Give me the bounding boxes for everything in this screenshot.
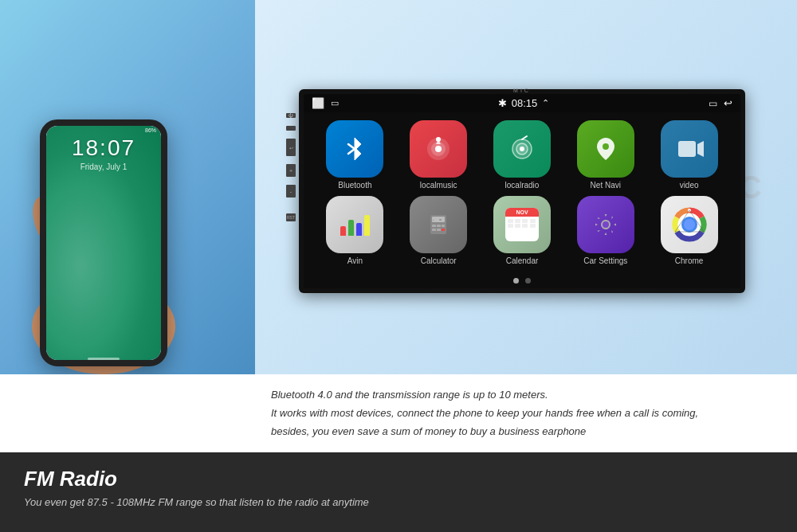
status-time: 08:15 bbox=[512, 97, 538, 109]
phone-frame: 86% 18:07 Friday, July 1 bbox=[40, 119, 167, 366]
phone-home-indicator bbox=[88, 358, 120, 360]
app-icon-video bbox=[661, 120, 718, 178]
app-item-carsettings[interactable]: Car Settings bbox=[567, 196, 644, 265]
app-label-localmusic: localmusic bbox=[420, 181, 457, 190]
app-item-calculator[interactable]: - = Calculator bbox=[400, 196, 477, 265]
svg-rect-18 bbox=[678, 141, 696, 157]
bluetooth-status-icon: ✱ bbox=[498, 97, 507, 109]
app-icon-calendar: NOV bbox=[493, 196, 551, 253]
app-label-avin: Avin bbox=[347, 256, 363, 265]
app-label-chrome: Chrome bbox=[675, 256, 704, 265]
vol-down-button[interactable]: - bbox=[286, 185, 296, 198]
app-item-chrome[interactable]: Chrome bbox=[650, 196, 728, 265]
app-icon-calculator: - = bbox=[410, 196, 467, 253]
description-line-2: It works with most devices, connect the … bbox=[271, 405, 773, 422]
car-status-right: ▭ ↩ bbox=[709, 97, 732, 109]
rst-button[interactable]: RST bbox=[286, 213, 296, 221]
app-icon-netnavi bbox=[577, 120, 634, 178]
app-label-localradio: localradio bbox=[505, 181, 540, 190]
car-screen: ⬜ ▭ ✱ 08:15 ⌃ ▭ ↩ bbox=[304, 94, 740, 288]
svg-rect-27 bbox=[442, 229, 445, 231]
app-icon-avin bbox=[326, 196, 383, 253]
svg-rect-24 bbox=[442, 225, 445, 227]
svg-point-15 bbox=[520, 147, 524, 151]
fm-radio-subtitle: You even get 87.5 - 108MHz FM range so t… bbox=[24, 496, 773, 508]
mic-label: MIC bbox=[513, 88, 531, 93]
car-status-left: ⬜ ▭ bbox=[312, 97, 339, 109]
home-icon[interactable]: ⬜ bbox=[312, 97, 324, 109]
nav-button[interactable] bbox=[286, 126, 296, 131]
app-item-netnavi[interactable]: Net Navi bbox=[567, 120, 644, 190]
svg-point-17 bbox=[603, 143, 609, 150]
app-item-bluetooth[interactable]: Bluetooth bbox=[316, 120, 394, 190]
app-label-bluetooth: Bluetooth bbox=[338, 181, 371, 190]
phone-screen: 86% 18:07 Friday, July 1 bbox=[46, 126, 161, 360]
svg-rect-26 bbox=[437, 229, 441, 231]
phone-time: 18:07 bbox=[46, 135, 161, 161]
power-button[interactable]: ⏻ bbox=[286, 113, 296, 118]
phone-side: 86% 18:07 Friday, July 1 bbox=[0, 0, 255, 374]
minimize-icon[interactable]: ▭ bbox=[331, 98, 339, 108]
fm-radio-title: FM Radio bbox=[24, 467, 773, 491]
side-buttons-left: ⏻ ↩ + - RST bbox=[286, 113, 296, 221]
back-nav-icon[interactable]: ↩ bbox=[724, 97, 732, 109]
back-button[interactable]: ↩ bbox=[286, 139, 296, 156]
page-dots bbox=[304, 273, 740, 288]
car-status-center: ✱ 08:15 ⌃ bbox=[498, 97, 550, 109]
fullscreen-icon[interactable]: ▭ bbox=[709, 98, 717, 109]
fm-radio-section: FM Radio You even get 87.5 - 108MHz FM r… bbox=[0, 452, 797, 532]
app-item-avin[interactable]: Avin bbox=[316, 196, 394, 265]
car-status-bar: ⬜ ▭ ✱ 08:15 ⌃ ▭ ↩ bbox=[304, 94, 740, 112]
svg-text:=: = bbox=[439, 217, 442, 222]
top-section: GM&C bbox=[0, 0, 797, 374]
app-item-calendar[interactable]: NOV Calendar bbox=[484, 196, 561, 265]
app-icon-localradio bbox=[493, 120, 551, 178]
app-grid: Bluetooth localmusic localradio Net Navi… bbox=[304, 112, 740, 273]
vol-up-button[interactable]: + bbox=[286, 164, 296, 177]
description-line-1: Bluetooth 4.0 and the transmission range… bbox=[271, 387, 773, 404]
svg-point-30 bbox=[603, 221, 609, 228]
app-label-netnavi: Net Navi bbox=[591, 181, 621, 190]
svg-line-16 bbox=[522, 136, 527, 139]
page-dot-2[interactable] bbox=[525, 278, 531, 284]
description-line-3: besides, you even save a sum of money to… bbox=[271, 424, 773, 440]
svg-rect-25 bbox=[432, 229, 436, 231]
phone-status-bar: 86% bbox=[145, 127, 156, 133]
svg-point-33 bbox=[684, 219, 695, 230]
svg-rect-22 bbox=[432, 225, 436, 227]
hand-visual: 86% 18:07 Friday, July 1 bbox=[0, 40, 207, 374]
page-wrapper: GM&C bbox=[0, 0, 797, 532]
app-label-calculator: Calculator bbox=[421, 256, 457, 265]
svg-point-12 bbox=[436, 137, 441, 142]
app-label-carsettings: Car Settings bbox=[583, 256, 627, 265]
car-head-unit: MIC ⏻ ↩ + - bbox=[299, 89, 745, 293]
app-label-calendar: Calendar bbox=[506, 256, 539, 265]
app-item-localmusic[interactable]: localmusic bbox=[400, 120, 477, 190]
app-icon-chrome bbox=[661, 196, 718, 253]
app-item-video[interactable]: video bbox=[650, 120, 728, 190]
app-icon-bluetooth bbox=[326, 120, 383, 178]
svg-point-10 bbox=[435, 146, 442, 152]
app-icon-localmusic bbox=[410, 120, 467, 178]
phone-date: Friday, July 1 bbox=[46, 162, 161, 171]
phone-screen-bg bbox=[46, 126, 161, 360]
phone-battery: 86% bbox=[145, 127, 156, 133]
description-section: Bluetooth 4.0 and the transmission range… bbox=[0, 374, 797, 452]
app-icon-carsettings bbox=[577, 196, 634, 253]
svg-rect-23 bbox=[437, 225, 441, 227]
car-screen-side: MIC ⏻ ↩ + - bbox=[255, 0, 797, 374]
app-label-video: video bbox=[680, 181, 699, 190]
app-item-localradio[interactable]: localradio bbox=[484, 120, 561, 190]
svg-marker-19 bbox=[697, 141, 704, 157]
expand-icon[interactable]: ⌃ bbox=[542, 98, 549, 108]
page-dot-1[interactable] bbox=[513, 278, 519, 284]
